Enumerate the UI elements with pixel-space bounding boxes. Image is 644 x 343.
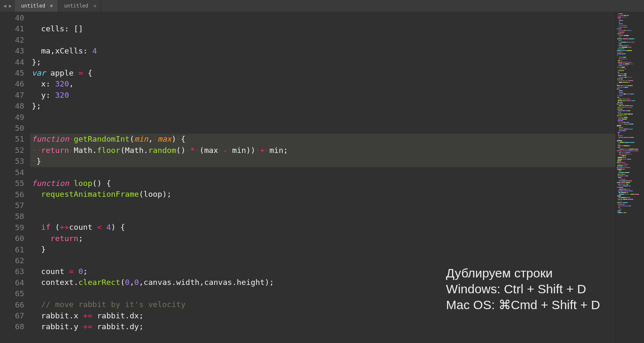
line-number: 50	[0, 123, 24, 134]
code-line[interactable]	[32, 211, 616, 222]
line-number: 56	[0, 189, 24, 200]
line-number: 48	[0, 101, 24, 112]
line-number: 46	[0, 79, 24, 89]
code-line[interactable]: requestAnimationFrame(loop);	[32, 189, 616, 200]
overlay-line-windows: Windows: Ctrl + Shift + D	[446, 281, 600, 297]
nav-arrows: ◀ ▶	[0, 3, 15, 9]
code-line[interactable]: x: 320,	[32, 79, 616, 89]
code-line[interactable]	[32, 13, 616, 23]
shortcut-overlay: Дублируем строки Windows: Ctrl + Shift +…	[446, 265, 600, 313]
titlebar: ◀ ▶ untitled untitled ×	[0, 0, 644, 12]
code-line[interactable]	[32, 112, 616, 123]
line-number: 44	[0, 57, 24, 68]
code-line[interactable]: rabbit.y += rabbit.dy;	[32, 321, 616, 332]
code-line[interactable]: };	[32, 57, 616, 68]
line-number: 62	[0, 255, 24, 266]
line-number: 42	[0, 35, 24, 46]
line-number: 61	[0, 244, 24, 255]
line-number: 59	[0, 222, 24, 233]
close-icon[interactable]: ×	[93, 3, 97, 9]
line-number: 65	[0, 288, 24, 299]
code-line[interactable]: function·getRandomInt(min,·max)·{	[32, 134, 616, 145]
tab-label: untitled	[64, 3, 88, 9]
line-number: 54	[0, 167, 24, 178]
overlay-title: Дублируем строки	[446, 265, 600, 281]
code-line[interactable]: }	[32, 244, 616, 255]
code-line[interactable]	[32, 167, 616, 178]
tab-untitled-2[interactable]: untitled ×	[58, 0, 101, 12]
line-number: 66	[0, 300, 24, 310]
code-line[interactable]: cells: []	[32, 23, 616, 34]
line-number: 49	[0, 112, 24, 123]
code-line[interactable]: ··return·Math.floor(Math.random()·*·(max…	[32, 145, 616, 156]
line-number: 64	[0, 277, 24, 288]
line-number: 52	[0, 145, 24, 156]
nav-forward-icon[interactable]: ▶	[8, 3, 13, 9]
line-number: 58	[0, 211, 24, 222]
code-line[interactable]: function loop() {	[32, 178, 616, 189]
code-line[interactable]	[32, 255, 616, 266]
line-number-gutter: 4041424344454647484950515253545556575859…	[0, 12, 30, 343]
line-number: 57	[0, 200, 24, 211]
line-number: 63	[0, 266, 24, 277]
line-number: 45	[0, 68, 24, 79]
code-line[interactable]	[32, 123, 616, 134]
line-number: 55	[0, 178, 24, 189]
code-line[interactable]: };	[32, 101, 616, 112]
code-line[interactable]: ma,xCells: 4	[32, 46, 616, 56]
line-number: 43	[0, 46, 24, 56]
line-number: 40	[0, 13, 24, 23]
line-number: 47	[0, 90, 24, 101]
tab-untitled-1[interactable]: untitled	[15, 0, 58, 12]
line-number: 68	[0, 321, 24, 332]
code-line[interactable]: return;	[32, 233, 616, 244]
tab-label: untitled	[21, 3, 45, 9]
code-line[interactable]	[32, 200, 616, 211]
code-line[interactable]: if (++count < 4) {	[32, 222, 616, 233]
nav-back-icon[interactable]: ◀	[3, 3, 7, 9]
code-line[interactable]: y: 320	[32, 90, 616, 101]
line-number: 51	[0, 134, 24, 145]
modified-indicator-icon	[50, 5, 53, 7]
code-line[interactable]: ·}	[32, 156, 616, 167]
code-line[interactable]: var apple = {	[32, 68, 616, 79]
line-number: 41	[0, 23, 24, 34]
line-number: 60	[0, 233, 24, 244]
line-number: 53	[0, 156, 24, 167]
code-line[interactable]	[32, 35, 616, 46]
overlay-line-macos: Mac OS: ⌘Cmd + Shift + D	[446, 297, 600, 313]
minimap[interactable]	[616, 12, 644, 343]
line-number: 67	[0, 310, 24, 321]
tab-bar: untitled untitled ×	[15, 0, 101, 12]
